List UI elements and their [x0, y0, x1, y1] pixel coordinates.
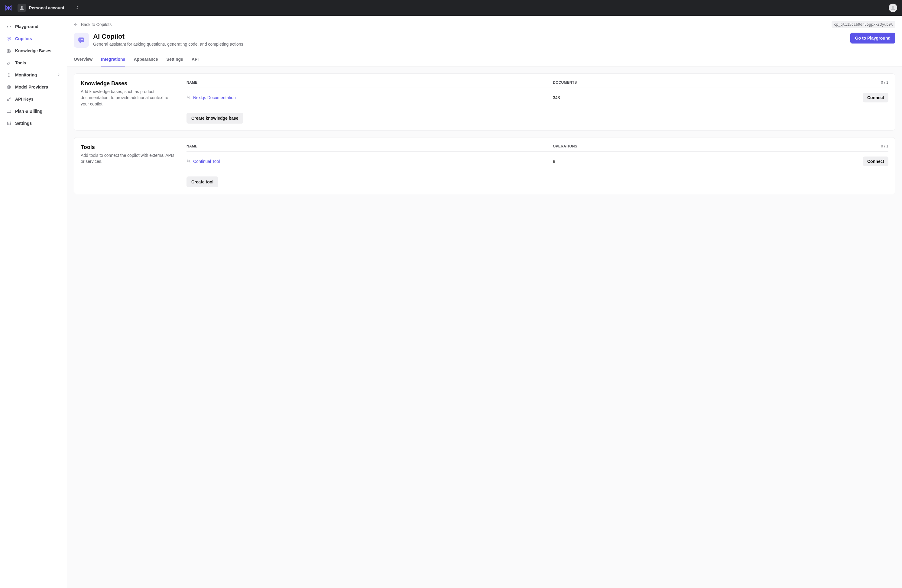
chevron-right-icon [56, 72, 61, 78]
sidebar-item-label: Monitoring [15, 72, 37, 77]
go-to-playground-button[interactable]: Go to Playground [850, 33, 895, 44]
sidebar-item-label: Tools [15, 61, 26, 65]
topbar-left: Personal account [5, 2, 82, 13]
knowledge-bases-card: Knowledge Bases Add knowledge bases, suc… [74, 74, 895, 131]
create-knowledge-base-button[interactable]: Create knowledge base [186, 113, 243, 124]
sidebar-item-knowledge-bases[interactable]: Knowledge Bases [3, 45, 64, 56]
title-row: AI Copilot General assistant for asking … [74, 33, 895, 48]
sidebar-item-model-providers[interactable]: Model Providers [3, 81, 64, 92]
kb-table-head: NAME DOCUMENTS 0 / 1 [186, 80, 888, 88]
svg-line-15 [10, 98, 10, 99]
chat-icon [6, 36, 11, 41]
kb-table: NAME DOCUMENTS 0 / 1 Next.js Documentati… [186, 80, 888, 107]
sidebar-item-label: Copilots [15, 36, 32, 41]
sidebar-item-plan-billing[interactable]: Plan & Billing [3, 106, 64, 117]
arrow-left-icon [74, 22, 78, 27]
svg-line-8 [10, 50, 11, 52]
svg-point-21 [8, 124, 9, 125]
main: Back to Copilots cp_ql115qib9dn35gpxks3y… [67, 16, 902, 588]
sidebar-item-copilots[interactable]: Copilots [3, 33, 64, 44]
tools-table: NAME OPERATIONS 0 / 1 Continual Tool 8 [186, 144, 888, 171]
sidebar: Playground Copilots Knowledge Bases Tool… [0, 16, 67, 588]
sidebar-item-tools[interactable]: Tools [3, 58, 64, 68]
svg-point-26 [80, 39, 80, 40]
kb-count: 0 / 1 [858, 80, 888, 84]
tools-col-operations: OPERATIONS [553, 144, 858, 149]
sidebar-item-label: Knowledge Bases [15, 48, 52, 53]
user-avatar[interactable] [889, 4, 897, 12]
key-icon [6, 96, 11, 102]
title-left: AI Copilot General assistant for asking … [74, 33, 243, 48]
sidebar-item-label: API Keys [15, 97, 34, 102]
kb-body: NAME DOCUMENTS 0 / 1 Next.js Documentati… [186, 80, 888, 124]
tab-integrations[interactable]: Integrations [101, 55, 125, 66]
back-row: Back to Copilots cp_ql115qib9dn35gpxks3y… [74, 21, 895, 28]
sidebar-item-api-keys[interactable]: API Keys [3, 94, 64, 105]
sidebar-item-label: Plan & Billing [15, 109, 42, 114]
books-icon [6, 48, 11, 53]
svg-point-27 [81, 39, 82, 40]
globe-icon [6, 84, 11, 90]
svg-point-23 [10, 122, 11, 123]
page-title: AI Copilot [93, 33, 243, 41]
sidebar-item-label: Settings [15, 121, 32, 126]
tools-card: Tools Add tools to connect the copilot w… [74, 137, 895, 194]
kb-row-name[interactable]: Next.js Documentation [193, 95, 236, 100]
sliders-icon [6, 120, 11, 126]
sidebar-item-playground[interactable]: Playground [3, 21, 64, 32]
back-label: Back to Copilots [81, 22, 111, 27]
svg-rect-6 [7, 49, 8, 52]
copilot-id[interactable]: cp_ql115qib9dn35gpxks3yub9l [832, 21, 895, 28]
tools-col-name: NAME [186, 144, 553, 149]
back-to-copilots-link[interactable]: Back to Copilots [74, 22, 111, 27]
tools-row-operations: 8 [553, 159, 858, 164]
svg-point-19 [7, 122, 8, 123]
tools-row-name[interactable]: Continual Tool [193, 159, 220, 164]
unlink-icon [186, 95, 191, 100]
topbar: Personal account [0, 0, 902, 16]
kb-info: Knowledge Bases Add knowledge bases, suc… [81, 80, 174, 124]
kb-title: Knowledge Bases [81, 80, 174, 87]
copilot-icon [74, 33, 89, 48]
page-subtitle: General assistant for asking questions, … [93, 42, 243, 47]
unlink-icon [186, 159, 191, 164]
tools-table-row: Continual Tool 8 Connect [186, 152, 888, 171]
content: Knowledge Bases Add knowledge bases, suc… [67, 67, 902, 201]
svg-point-28 [82, 39, 83, 40]
create-tool-button[interactable]: Create tool [186, 177, 218, 187]
up-down-icon [76, 5, 79, 10]
tabs: Overview Integrations Appearance Setting… [74, 55, 895, 66]
kb-description: Add knowledge bases, such as product doc… [81, 89, 174, 107]
tools-connect-button[interactable]: Connect [863, 156, 888, 166]
tab-api[interactable]: API [192, 55, 199, 66]
main-header: Back to Copilots cp_ql115qib9dn35gpxks3y… [67, 16, 902, 67]
title-text: AI Copilot General assistant for asking … [93, 33, 243, 47]
svg-point-1 [892, 6, 894, 8]
svg-point-5 [9, 38, 10, 39]
wrench-icon [6, 60, 11, 66]
card-icon [6, 108, 11, 114]
tools-count: 0 / 1 [858, 144, 888, 149]
app-logo-icon[interactable] [5, 4, 12, 11]
account-avatar-icon [17, 4, 26, 12]
tab-settings[interactable]: Settings [166, 55, 183, 66]
tab-appearance[interactable]: Appearance [134, 55, 158, 66]
account-label: Personal account [29, 5, 64, 10]
topbar-right [889, 4, 897, 12]
kb-col-documents: DOCUMENTS [553, 80, 858, 84]
sidebar-item-settings[interactable]: Settings [3, 118, 64, 129]
kb-connect-button[interactable]: Connect [863, 93, 888, 102]
kb-row-documents: 343 [553, 95, 858, 100]
account-switcher[interactable]: Personal account [16, 2, 82, 13]
kb-table-row: Next.js Documentation 343 Connect [186, 88, 888, 107]
code-icon [6, 24, 11, 29]
sidebar-item-monitoring[interactable]: Monitoring [3, 69, 64, 80]
tab-overview[interactable]: Overview [74, 55, 92, 66]
tools-body: NAME OPERATIONS 0 / 1 Continual Tool 8 [186, 144, 888, 187]
svg-rect-7 [8, 49, 10, 52]
tools-info: Tools Add tools to connect the copilot w… [81, 144, 174, 187]
tools-description: Add tools to connect the copilot with ex… [81, 152, 174, 165]
kb-col-name: NAME [186, 80, 553, 84]
svg-point-0 [21, 6, 23, 8]
shell: Playground Copilots Knowledge Bases Tool… [0, 16, 902, 588]
